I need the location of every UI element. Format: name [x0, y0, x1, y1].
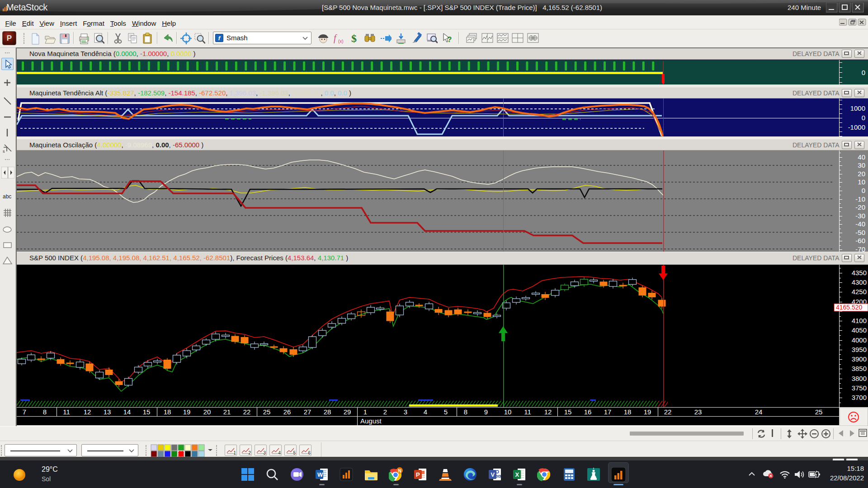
svg-text:3900: 3900: [852, 355, 867, 363]
svg-text:4: 4: [424, 408, 427, 416]
svg-text:W: W: [317, 471, 323, 478]
svg-text:22: 22: [243, 408, 251, 416]
svg-text:30: 30: [858, 161, 865, 169]
svg-text:-20: -20: [855, 203, 865, 211]
svg-text:10: 10: [504, 408, 512, 416]
svg-text:3700: 3700: [852, 394, 867, 401]
svg-text:4300: 4300: [852, 278, 867, 286]
svg-text:4000: 4000: [852, 336, 867, 344]
svg-text:17: 17: [604, 408, 612, 416]
svg-text:(x): (x): [338, 39, 344, 44]
svg-text:11: 11: [63, 408, 70, 416]
svg-text:?: ?: [447, 35, 452, 44]
svg-text:12: 12: [84, 408, 91, 416]
svg-text:4165.520: 4165.520: [836, 304, 863, 311]
svg-text:-30: -30: [855, 212, 865, 220]
svg-text:15: 15: [143, 408, 151, 416]
svg-text:0: 0: [862, 187, 865, 194]
svg-text:$: $: [351, 33, 357, 44]
svg-text:15: 15: [564, 408, 572, 416]
svg-text:40: 40: [858, 153, 865, 161]
svg-text:23: 23: [694, 408, 702, 416]
svg-text:5: 5: [444, 408, 448, 416]
svg-text:19: 19: [644, 408, 651, 416]
svg-text:f: f: [334, 33, 337, 43]
svg-text:27: 27: [304, 408, 311, 416]
svg-text:7: 7: [23, 408, 26, 416]
svg-text:11: 11: [524, 408, 531, 416]
svg-text:-10: -10: [855, 195, 865, 203]
svg-text:-1000: -1000: [848, 123, 865, 131]
svg-text:25: 25: [815, 408, 823, 416]
svg-text:X: X: [515, 471, 519, 478]
svg-text:12: 12: [544, 408, 552, 416]
svg-text:22: 22: [664, 408, 672, 416]
svg-text:20: 20: [203, 408, 211, 416]
svg-text:4050: 4050: [852, 326, 867, 334]
svg-text:29: 29: [344, 408, 351, 416]
svg-text:3: 3: [404, 408, 407, 416]
svg-text:19: 19: [183, 408, 191, 416]
svg-text:-40: -40: [855, 220, 865, 228]
svg-text:1: 1: [363, 408, 367, 416]
svg-text:N: N: [398, 469, 401, 474]
svg-text:August: August: [360, 417, 382, 425]
svg-text:9: 9: [484, 408, 488, 416]
svg-text:4250: 4250: [852, 288, 867, 296]
svg-text:28: 28: [324, 408, 331, 416]
svg-text:25: 25: [263, 408, 271, 416]
svg-text:14: 14: [123, 408, 131, 416]
svg-text:s: s: [3, 149, 5, 154]
svg-text:3750: 3750: [852, 384, 867, 392]
svg-text:16: 16: [584, 408, 592, 416]
svg-text:0: 0: [862, 114, 865, 122]
svg-text:20: 20: [858, 170, 865, 178]
svg-text:P: P: [416, 471, 420, 478]
svg-text:4350: 4350: [852, 269, 867, 277]
svg-text:0: 0: [862, 69, 865, 76]
svg-text:8: 8: [464, 408, 467, 416]
svg-text:V: V: [491, 471, 495, 478]
svg-text:4100: 4100: [852, 317, 867, 324]
svg-text:18: 18: [624, 408, 632, 416]
svg-text:10: 10: [858, 178, 865, 186]
svg-text:abc: abc: [3, 193, 11, 200]
svg-text:18: 18: [164, 408, 171, 416]
svg-text:-50: -50: [855, 229, 865, 236]
svg-text:2: 2: [383, 408, 387, 416]
svg-text:3950: 3950: [852, 346, 867, 353]
svg-text:24: 24: [755, 408, 763, 416]
svg-text:21: 21: [223, 408, 231, 416]
svg-text:-60: -60: [855, 237, 865, 244]
svg-text:3850: 3850: [852, 365, 867, 372]
svg-text:-70: -70: [855, 245, 865, 252]
svg-text:3800: 3800: [852, 375, 867, 382]
svg-text:8: 8: [43, 408, 47, 416]
svg-text:1000: 1000: [850, 104, 865, 112]
svg-text:26: 26: [283, 408, 291, 416]
svg-text:13: 13: [104, 408, 111, 416]
